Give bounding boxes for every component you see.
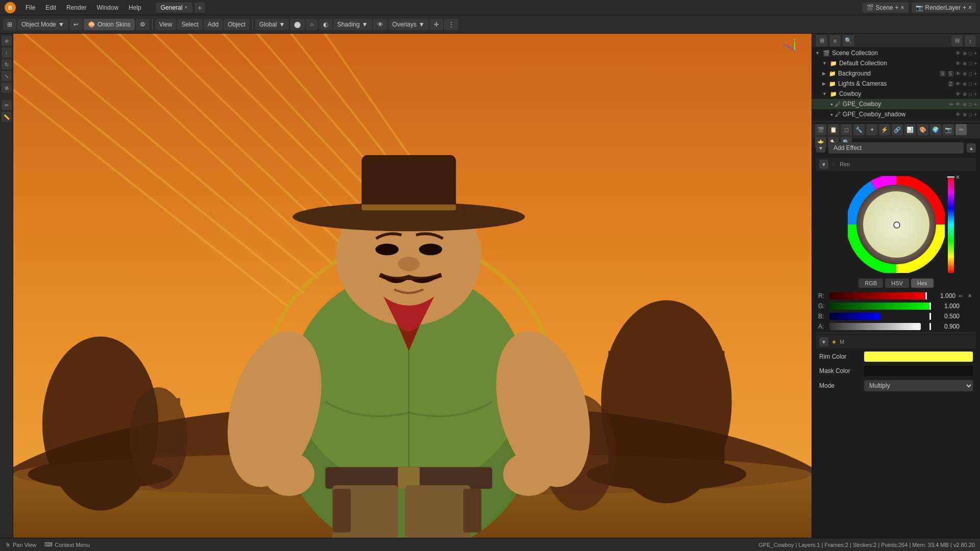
gpe-cowboy-shadow-restrict1[interactable]: ⊕ bbox=[963, 112, 967, 117]
color-picker-dot[interactable] bbox=[894, 222, 900, 228]
gizmo-btn[interactable]: ✛ bbox=[430, 19, 443, 30]
background-restrict3[interactable]: + bbox=[974, 71, 977, 77]
channel-b-slider[interactable] bbox=[829, 313, 931, 320]
effect-expand-btn[interactable]: ▲ bbox=[967, 143, 976, 153]
prop-icon-world[interactable]: 🌍 bbox=[930, 124, 941, 135]
background-collection-item[interactable]: ▶ 📁 Background 9 5 👁 ⊕ □ + bbox=[812, 68, 980, 79]
background-restrict1[interactable]: ⊕ bbox=[963, 71, 967, 77]
add-workspace-button[interactable]: + bbox=[194, 3, 205, 13]
show-overlays-btn[interactable]: 👁 bbox=[373, 19, 387, 30]
workspace-tab-general[interactable]: General × bbox=[156, 3, 193, 13]
lights-cameras-restrict2[interactable]: □ bbox=[969, 81, 972, 87]
rim-color-swatch[interactable] bbox=[864, 352, 973, 362]
color-mode-rgb[interactable]: RGB bbox=[859, 279, 883, 288]
gpe-cowboy-restrict3[interactable]: + bbox=[974, 102, 977, 107]
gpe-cowboy-edit-icon[interactable]: ✏ bbox=[949, 102, 953, 107]
scene-collection-toggle[interactable]: ▼ bbox=[815, 51, 820, 56]
prop-icon-stroke[interactable]: ✏ bbox=[955, 124, 967, 135]
effect1-star-icon[interactable]: ☆ bbox=[831, 161, 837, 168]
viewport-display-btn1[interactable]: ⬤ bbox=[290, 19, 305, 30]
viewport-display-btn2[interactable]: ○ bbox=[306, 19, 317, 30]
channel-b-close[interactable] bbox=[966, 312, 974, 320]
channel-a-slider[interactable] bbox=[829, 323, 931, 330]
background-eye[interactable]: 👁 bbox=[955, 71, 961, 77]
effect1-chevron[interactable]: ▼ bbox=[819, 160, 828, 169]
mode-select[interactable]: Multiply Add Subtract Screen Overlay bbox=[864, 380, 973, 391]
prop-icon-particles[interactable]: ✦ bbox=[866, 124, 877, 135]
global-selector[interactable]: Global ▼ bbox=[255, 19, 289, 30]
cowboy-restrict1[interactable]: ⊕ bbox=[963, 91, 967, 97]
outliner-filter-btn[interactable]: ⊟ bbox=[951, 35, 963, 46]
shading-selector[interactable]: Shading ▼ bbox=[333, 19, 372, 30]
hue-strip[interactable] bbox=[948, 176, 954, 273]
channel-r-slider[interactable] bbox=[829, 292, 927, 299]
scene-collection-eye[interactable]: 👁 bbox=[955, 51, 961, 56]
mask-color-swatch[interactable] bbox=[864, 366, 973, 376]
object-mode-selector[interactable]: Object Mode ▼ bbox=[17, 19, 68, 30]
color-mode-hsv[interactable]: HSV bbox=[885, 279, 909, 288]
lights-cameras-restrict3[interactable]: + bbox=[974, 81, 977, 87]
prop-icon-layer[interactable]: 📋 bbox=[828, 124, 839, 135]
viewport-display-btn3[interactable]: ◐ bbox=[319, 19, 332, 30]
color-wheel-close-btn[interactable]: × bbox=[955, 173, 960, 181]
scene-collection-restrict1[interactable]: ⊕ bbox=[963, 51, 967, 56]
viewport-icon-button[interactable]: ⊞ bbox=[3, 19, 16, 30]
lights-cameras-toggle[interactable]: ▶ bbox=[822, 81, 826, 86]
prop-icon-physics[interactable]: ⚡ bbox=[879, 124, 890, 135]
effect-chevron-btn[interactable]: ▼ bbox=[816, 143, 825, 153]
hue-strip-indicator[interactable] bbox=[947, 176, 955, 178]
default-collection-eye[interactable]: 👁 bbox=[955, 61, 961, 66]
renderlayer-selector[interactable]: 📷 RenderLayer + × bbox=[912, 3, 976, 13]
gpe-cowboy-eye[interactable]: 👁 bbox=[955, 102, 961, 107]
outliner-icon-btn2[interactable]: ≡ bbox=[829, 35, 841, 46]
menu-help[interactable]: Help bbox=[125, 3, 145, 13]
cowboy-toggle[interactable]: ▼ bbox=[822, 91, 827, 96]
onion-skins-settings-button[interactable]: ⚙ bbox=[136, 19, 150, 30]
gpe-cowboy-shadow-restrict2[interactable]: □ bbox=[969, 112, 972, 117]
view-menu-button[interactable]: View bbox=[155, 19, 177, 30]
view-history-button[interactable]: ↩ bbox=[69, 19, 83, 30]
workspace-tab-close[interactable]: × bbox=[184, 5, 187, 10]
onion-skins-button[interactable]: 🧅 Onion Skins bbox=[84, 19, 135, 30]
menu-window[interactable]: Window bbox=[92, 3, 122, 13]
select-menu-button[interactable]: Select bbox=[177, 19, 202, 30]
scene-selector[interactable]: 🎬 Scene + × bbox=[862, 3, 909, 13]
scene-collection-restrict3[interactable]: + bbox=[974, 51, 977, 56]
gpe-cowboy-shadow-item[interactable]: ● 🖊 GPE_Cowboy_shadow 👁 ⊕ □ + bbox=[812, 109, 980, 119]
cowboy-collection-item[interactable]: ▼ 📁 Cowboy 👁 ⊕ □ + bbox=[812, 89, 980, 99]
add-effect-button[interactable]: Add Effect bbox=[828, 142, 964, 154]
channel-r-edit-icon[interactable]: ✏ bbox=[959, 293, 963, 299]
left-rotate-tool[interactable]: ↻ bbox=[2, 59, 12, 69]
left-transform-tool[interactable]: ⊕ bbox=[2, 83, 12, 93]
channel-g-close[interactable] bbox=[966, 302, 974, 310]
background-toggle[interactable]: ▶ bbox=[822, 71, 826, 76]
default-collection-toggle[interactable]: ▼ bbox=[822, 61, 827, 66]
viewport-extra-btn[interactable]: ⋮ bbox=[444, 19, 458, 30]
overlays-selector[interactable]: Overlays ▼ bbox=[388, 19, 429, 30]
scene-collection-restrict2[interactable]: □ bbox=[969, 51, 972, 56]
cowboy-restrict3[interactable]: + bbox=[974, 91, 977, 97]
lights-cameras-item[interactable]: ▶ 📁 Lights & Cameras 2 👁 ⊕ □ + bbox=[812, 79, 980, 89]
background-restrict2[interactable]: □ bbox=[969, 71, 972, 77]
prop-icon-render[interactable]: 📷 bbox=[943, 124, 954, 135]
menu-file[interactable]: File bbox=[21, 3, 39, 13]
left-measure-tool[interactable]: 📏 bbox=[2, 112, 12, 122]
channel-a-close[interactable] bbox=[966, 322, 974, 331]
gpe-cowboy-restrict2[interactable]: □ bbox=[969, 102, 972, 107]
gpe-cowboy-shadow-eye[interactable]: 👁 bbox=[955, 112, 961, 117]
gpe-cowboy-item[interactable]: ● 🖊 GPE_Cowboy ✏ 👁 ⊕ □ + bbox=[812, 99, 980, 109]
effect2-star-icon[interactable]: ★ bbox=[831, 339, 837, 345]
channel-g-slider[interactable] bbox=[829, 303, 931, 310]
prop-icon-scene[interactable]: 🎬 bbox=[815, 124, 826, 135]
prop-icon-constraints[interactable]: 🔗 bbox=[892, 124, 903, 135]
add-menu-button[interactable]: Add bbox=[204, 19, 223, 30]
menu-edit[interactable]: Edit bbox=[41, 3, 60, 13]
renderlayer-add-icon[interactable]: + bbox=[963, 4, 966, 11]
renderlayer-close-icon[interactable]: × bbox=[968, 4, 972, 11]
color-wheel-svg[interactable] bbox=[848, 176, 945, 273]
default-collection-restrict2[interactable]: □ bbox=[969, 61, 972, 66]
prop-icon-modifier[interactable]: 🔧 bbox=[853, 124, 865, 135]
prop-icon-material[interactable]: 🎨 bbox=[917, 124, 928, 135]
left-scale-tool[interactable]: ⤡ bbox=[2, 71, 12, 81]
object-menu-button[interactable]: Object bbox=[224, 19, 250, 30]
